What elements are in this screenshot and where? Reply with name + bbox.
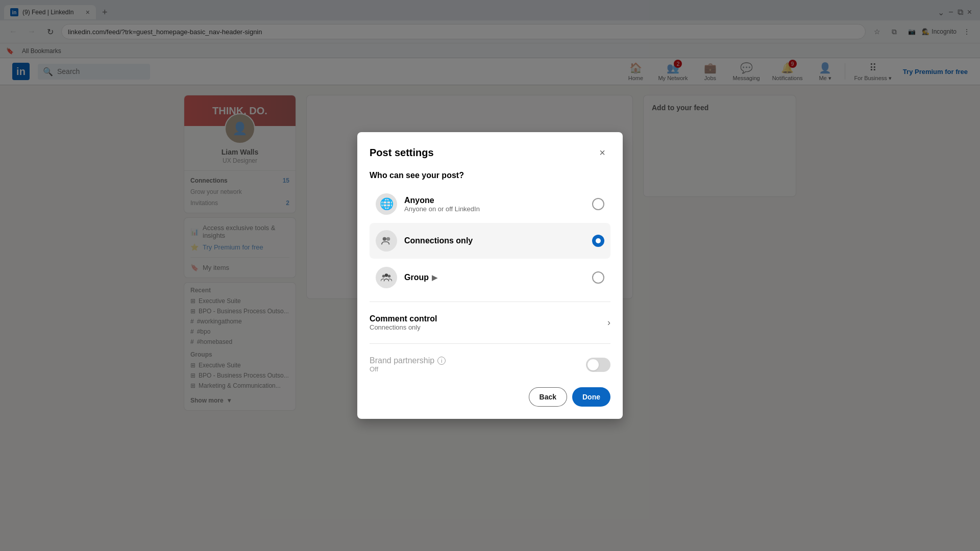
svg-point-4 bbox=[388, 275, 391, 278]
comment-control-chevron: › bbox=[607, 317, 610, 328]
comment-control-value: Connections only bbox=[370, 323, 437, 331]
modal-title: Post settings bbox=[370, 147, 434, 159]
brand-info-icon[interactable]: i bbox=[437, 357, 446, 365]
visibility-section-label: Who can see your post? bbox=[370, 171, 610, 180]
modal-footer: Back Done bbox=[370, 379, 610, 407]
option-connections-only[interactable]: Connections only bbox=[370, 223, 610, 259]
connections-only-name: Connections only bbox=[404, 236, 585, 245]
svg-point-2 bbox=[382, 275, 385, 278]
toggle-knob bbox=[587, 359, 599, 370]
modal-divider-2 bbox=[370, 343, 610, 344]
connections-only-radio[interactable] bbox=[592, 235, 604, 247]
anyone-name: Anyone bbox=[404, 196, 585, 205]
modal-divider-1 bbox=[370, 302, 610, 302]
brand-partnership-row: Brand partnership i Off bbox=[370, 350, 610, 379]
back-button[interactable]: Back bbox=[529, 387, 567, 407]
modal-close-btn[interactable]: × bbox=[594, 144, 610, 161]
anyone-radio[interactable] bbox=[592, 198, 604, 210]
group-arrow-icon: ▶ bbox=[432, 273, 437, 282]
brand-off-label: Off bbox=[370, 365, 446, 373]
connections-only-icon bbox=[376, 230, 397, 252]
brand-partnership-label: Brand partnership bbox=[370, 356, 434, 365]
group-name: Group ▶ bbox=[404, 273, 585, 282]
group-radio[interactable] bbox=[592, 271, 604, 284]
anyone-icon: 🌐 bbox=[376, 193, 397, 215]
modal-overlay: Post settings × Who can see your post? 🌐… bbox=[0, 0, 980, 551]
svg-point-3 bbox=[385, 273, 388, 277]
done-button[interactable]: Done bbox=[572, 387, 610, 407]
connections-only-text: Connections only bbox=[404, 236, 585, 245]
modal-header: Post settings × bbox=[370, 144, 610, 161]
option-anyone[interactable]: 🌐 Anyone Anyone on or off LinkedIn bbox=[370, 186, 610, 222]
group-text: Group ▶ bbox=[404, 273, 585, 282]
comment-control-left: Comment control Connections only bbox=[370, 314, 437, 331]
anyone-text: Anyone Anyone on or off LinkedIn bbox=[404, 196, 585, 213]
post-settings-modal: Post settings × Who can see your post? 🌐… bbox=[357, 132, 623, 419]
toggle-wrap bbox=[586, 358, 610, 372]
svg-point-1 bbox=[386, 237, 390, 241]
brand-partnership-toggle[interactable] bbox=[586, 358, 610, 372]
comment-control-label: Comment control bbox=[370, 314, 437, 323]
anyone-desc: Anyone on or off LinkedIn bbox=[404, 205, 585, 213]
brand-partnership-section: Brand partnership i Off bbox=[370, 356, 446, 373]
svg-point-0 bbox=[383, 237, 386, 241]
option-group[interactable]: Group ▶ bbox=[370, 260, 610, 295]
comment-control-row[interactable]: Comment control Connections only › bbox=[370, 308, 610, 337]
brand-label-wrap: Brand partnership i bbox=[370, 356, 446, 365]
group-option-icon bbox=[376, 267, 397, 288]
